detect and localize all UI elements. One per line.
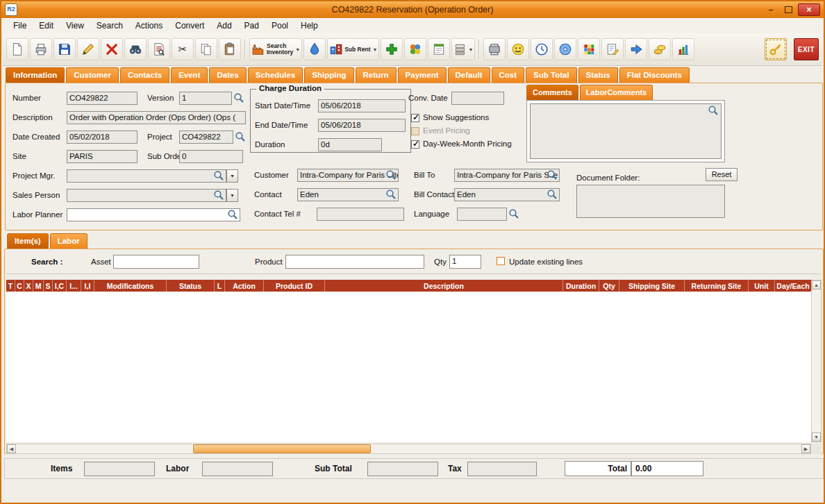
tab-return[interactable]: Return	[356, 67, 397, 83]
tab-labor[interactable]: Labor	[50, 233, 88, 249]
copier-button[interactable]	[483, 38, 506, 60]
tab-default[interactable]: Default	[448, 67, 490, 83]
vertical-scrollbar[interactable]: ▲ ▼	[811, 280, 822, 442]
tab-shipping[interactable]: Shipping	[304, 67, 353, 83]
scroll-left-button[interactable]: ◀	[7, 444, 16, 453]
scroll-right-button[interactable]: ▶	[801, 444, 810, 453]
search-inventory-button[interactable]: SearchInventory ▼	[249, 38, 302, 60]
copy-button[interactable]	[195, 38, 217, 60]
reset-button[interactable]: Reset	[706, 168, 738, 181]
edit-order-button[interactable]	[601, 38, 624, 60]
sales-person-field[interactable]	[67, 189, 226, 202]
project-mgr-search-icon[interactable]	[213, 170, 225, 182]
project-search-icon[interactable]	[235, 131, 247, 143]
scroll-down-button[interactable]: ▼	[812, 432, 821, 442]
print-button[interactable]	[30, 38, 52, 60]
tab-dates[interactable]: Dates	[209, 67, 246, 83]
add-line-button[interactable]	[381, 38, 403, 60]
labor-planner-field[interactable]	[67, 208, 240, 221]
start-datetime-field[interactable]: 05/06/2018	[318, 99, 406, 112]
site-field[interactable]: PARIS	[67, 150, 138, 163]
edit-button[interactable]	[77, 38, 99, 60]
pool-button[interactable]	[404, 38, 426, 60]
tab-information[interactable]: Information	[6, 67, 65, 83]
document-folder-box[interactable]	[576, 185, 725, 218]
description-field[interactable]: Order with Operation Order (Ops Order) (…	[67, 111, 246, 124]
bill-to-search-icon[interactable]	[547, 169, 558, 181]
cut-button[interactable]: ✂	[172, 38, 194, 60]
paste-button[interactable]	[219, 38, 241, 60]
column-header[interactable]: Description	[325, 280, 563, 292]
tab-contacts[interactable]: Contacts	[120, 67, 169, 83]
tab-sub-total[interactable]: Sub Total	[526, 67, 577, 83]
qty-input[interactable]: 1	[449, 255, 481, 269]
number-field[interactable]: CO429822	[67, 92, 138, 105]
contact-search-icon[interactable]	[385, 189, 397, 201]
delete-button[interactable]	[101, 38, 123, 60]
save-button[interactable]	[53, 38, 76, 60]
bill-contact-search-icon[interactable]	[547, 189, 558, 201]
column-header[interactable]: I,C	[53, 280, 67, 292]
column-header[interactable]: Product ID	[264, 280, 325, 292]
day-week-month-checkbox[interactable]	[411, 140, 419, 149]
language-search-icon[interactable]	[508, 208, 520, 220]
project-field[interactable]: CO429822	[179, 131, 233, 144]
version-search-icon[interactable]	[233, 92, 245, 104]
menu-help[interactable]: Help	[294, 19, 324, 33]
column-header[interactable]: M	[33, 280, 44, 292]
scroll-up-button[interactable]: ▲	[812, 280, 821, 289]
column-header[interactable]: S	[44, 280, 53, 292]
end-datetime-field[interactable]: 05/06/2018	[318, 119, 406, 132]
key-tool-button[interactable]	[765, 38, 787, 60]
column-header[interactable]: I...	[67, 280, 81, 292]
tab-comments[interactable]: Comments	[526, 85, 578, 100]
project-mgr-dropdown-button[interactable]: ▼	[226, 169, 238, 183]
column-header[interactable]: L	[215, 280, 225, 292]
tab-items[interactable]: Item(s)	[7, 233, 49, 249]
menu-edit[interactable]: Edit	[33, 19, 60, 33]
column-header[interactable]: Qty	[599, 280, 619, 292]
pour-button[interactable]	[303, 38, 326, 60]
language-field[interactable]	[457, 208, 507, 221]
column-header[interactable]: I,I	[81, 280, 94, 292]
update-existing-lines-checkbox[interactable]	[497, 257, 505, 265]
disk-button[interactable]	[554, 38, 576, 60]
column-header[interactable]: Day/Each	[775, 280, 811, 292]
close-button[interactable]: ×	[798, 3, 820, 16]
cube-button[interactable]	[578, 38, 600, 60]
notes-pad-button[interactable]	[428, 38, 450, 60]
chart-button[interactable]	[672, 38, 694, 60]
tab-labor-comments[interactable]: LaborComments	[580, 85, 653, 100]
project-mgr-field[interactable]	[67, 169, 226, 183]
contact-field[interactable]: Eden	[297, 188, 399, 201]
column-header[interactable]: C	[15, 280, 24, 292]
menu-add[interactable]: Add	[210, 19, 238, 33]
menu-actions[interactable]: Actions	[129, 19, 169, 33]
menu-file[interactable]: File	[7, 19, 33, 33]
sub-rent-button[interactable]: Sub Rent ▼	[327, 38, 379, 60]
column-header[interactable]: Duration	[563, 280, 599, 292]
comments-box[interactable]	[530, 103, 722, 159]
bill-to-field[interactable]: Intra-Company for Paris Site	[454, 169, 560, 182]
column-header[interactable]: Unit	[749, 280, 775, 292]
horizontal-scrollbar[interactable]: ◀ ▶	[6, 444, 811, 454]
comments-search-icon[interactable]	[708, 105, 719, 117]
tab-event[interactable]: Event	[171, 67, 208, 83]
menu-view[interactable]: View	[60, 19, 90, 33]
asset-input[interactable]	[113, 255, 199, 269]
menu-convert[interactable]: Convert	[169, 19, 210, 33]
column-header[interactable]: Status	[167, 280, 215, 292]
show-suggestions-checkbox[interactable]	[411, 114, 419, 122]
column-header[interactable]: Returning Site	[685, 280, 749, 292]
card-stack-button[interactable]: ▼	[451, 38, 475, 60]
date-created-field[interactable]: 05/02/2018	[67, 131, 138, 144]
menu-pool[interactable]: Pool	[265, 19, 294, 33]
sales-person-search-icon[interactable]	[213, 190, 225, 201]
money-button[interactable]	[649, 38, 671, 60]
sub-orders-field[interactable]: 0	[179, 150, 243, 163]
product-input[interactable]	[285, 255, 424, 269]
smiley-button[interactable]	[507, 38, 529, 60]
tab-cost[interactable]: Cost	[492, 67, 525, 83]
column-header[interactable]: Action	[225, 280, 264, 292]
horizontal-scroll-thumb[interactable]	[193, 444, 371, 453]
